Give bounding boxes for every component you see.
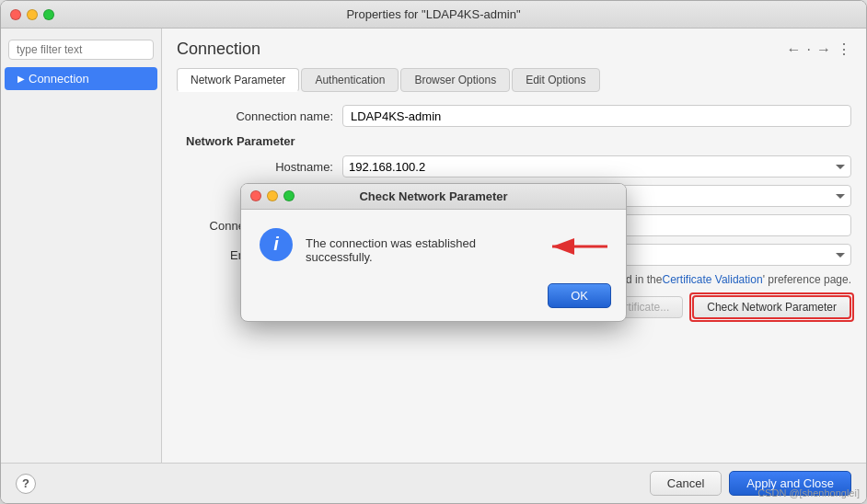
modal-overlay: Check Network Parameter i The connection… [0,0,867,504]
main-window: Properties for "LDAP4KS-admin" ▶ Connect… [0,0,867,504]
modal-close-btn[interactable] [250,190,261,201]
modal-message: The connection was established successfu… [306,229,515,264]
check-network-modal: Check Network Parameter i The connection… [240,183,627,322]
modal-window-controls [250,190,295,201]
info-icon: i [260,228,293,261]
modal-ok-button[interactable]: OK [548,283,611,308]
modal-content: i The connection was established success… [241,210,626,278]
arrow-annotation [543,228,607,265]
modal-maximize-btn[interactable] [283,190,295,201]
modal-minimize-btn[interactable] [267,190,278,201]
modal-title-bar: Check Network Parameter [241,184,626,210]
modal-title: Check Network Parameter [359,189,507,203]
modal-footer: OK [241,278,626,321]
